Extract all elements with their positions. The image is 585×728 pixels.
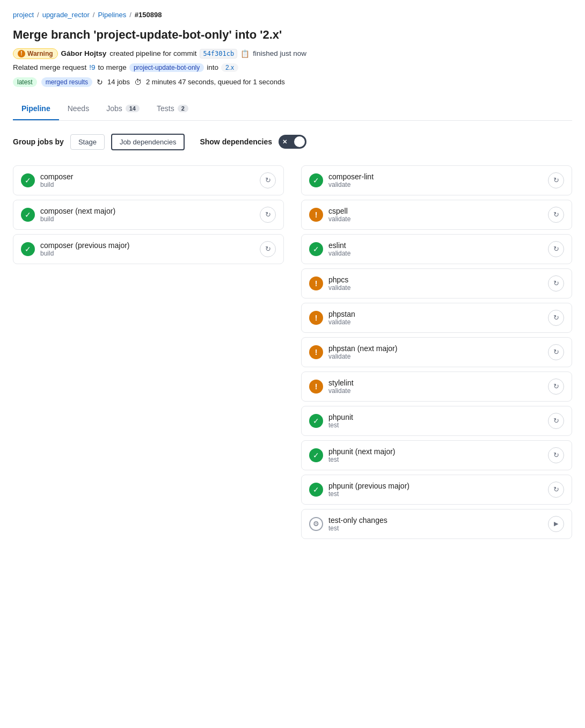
job-stage: validate [328,181,374,188]
job-name: composer (next major) [40,207,115,215]
tab-jobs-badge: 14 [126,105,140,112]
retry-button[interactable]: ↻ [548,207,564,223]
job-stage: build [40,181,73,188]
status-warning-icon: ! [309,208,323,222]
job-name: test-only changes [328,516,387,525]
job-card-phpstan-next: ! phpstan (next major) validate ↻ [301,337,572,367]
status-warning-icon: ! [309,345,323,359]
status-success-icon: ✓ [309,483,323,497]
job-name: composer [40,172,73,181]
status-warning-icon: ! [309,380,323,394]
retry-button[interactable]: ↻ [548,413,564,429]
breadcrumb-project[interactable]: project [13,11,34,19]
status-success-icon: ✓ [21,208,35,222]
page-title: Merge branch 'project-update-bot-only' i… [13,27,572,43]
tag-merged: merged results [41,77,92,87]
meta-line: ! Warning Gábor Hojtsy created pipeline … [13,48,572,59]
job-card-phpcs: ! phpcs validate ↻ [301,268,572,299]
tab-jobs[interactable]: Jobs 14 [98,98,148,120]
jobs-icon: ↻ [97,78,103,86]
pipeline-grid: ✓ composer build ↻ ✓ composer (next majo… [13,165,572,543]
mr-label: Related merge request [13,63,86,71]
tabs-nav: Pipeline Needs Jobs 14 Tests 2 [13,98,572,121]
status-success-icon: ✓ [309,173,323,187]
retry-button[interactable]: ↻ [548,482,564,498]
status-warning-icon: ! [309,276,323,290]
tab-needs[interactable]: Needs [59,98,98,120]
job-name: composer (previous major) [40,241,130,250]
retry-button[interactable]: ↻ [548,172,564,188]
job-stage: validate [328,250,350,257]
warning-badge: ! Warning [13,48,58,59]
left-column: ✓ composer build ↻ ✓ composer (next majo… [13,165,284,543]
job-card-composer-prev: ✓ composer (previous major) build ↻ [13,234,284,264]
status-success-icon: ✓ [21,242,35,256]
status-success-icon: ✓ [309,414,323,428]
retry-button[interactable]: ↻ [548,344,564,360]
mr-id-link[interactable]: !9 [89,63,95,71]
job-name: composer-lint [328,172,374,181]
job-name: eslint [328,241,350,250]
jobs-count: 14 jobs [107,78,130,86]
tab-tests[interactable]: Tests 2 [148,98,197,120]
job-stage: build [40,215,115,223]
tags-line: latest merged results ↻ 14 jobs ⏱ 2 minu… [13,77,572,87]
tab-tests-label: Tests [157,104,174,113]
job-card-composer-lint: ✓ composer-lint validate ↻ [301,165,572,195]
breadcrumb: project / upgrade_rector / Pipelines / #… [13,11,572,19]
group-by-dependencies-button[interactable]: Job dependencies [111,134,185,150]
status-success-icon: ✓ [309,242,323,256]
tag-latest: latest [13,77,37,87]
job-name: phpunit [328,413,353,421]
tab-pipeline[interactable]: Pipeline [13,98,59,120]
status-success-icon: ✓ [309,448,323,462]
retry-button[interactable]: ↻ [548,447,564,463]
job-stage: test [328,490,410,498]
job-stage: test [328,456,396,463]
retry-button[interactable]: ↻ [548,378,564,395]
retry-button[interactable]: ↻ [548,241,564,257]
retry-button[interactable]: ↻ [548,275,564,292]
show-dependencies-toggle[interactable]: ✕ [279,135,306,149]
author-name: Gábor Hojtsy [61,49,107,57]
status-success-icon: ✓ [21,173,35,187]
job-stage: validate [328,318,355,326]
retry-button[interactable]: ↻ [548,310,564,326]
tab-jobs-label: Jobs [106,104,122,113]
group-jobs-label: Group jobs by [13,137,64,146]
group-by-stage-button[interactable]: Stage [70,134,105,150]
job-card-test-only: ⚙ test-only changes test ▶ [301,509,572,539]
toggle-knob [294,136,305,147]
retry-button[interactable]: ↻ [260,241,276,257]
copy-icon[interactable]: 📋 [240,49,250,58]
breadcrumb-id: #150898 [135,11,162,19]
action-text: created pipeline for commit [109,49,196,57]
commit-hash[interactable]: 54f301cb [200,49,237,59]
job-name: phpunit (next major) [328,447,396,456]
tab-pipeline-label: Pipeline [21,104,50,113]
job-card-eslint: ✓ eslint validate ↻ [301,234,572,264]
job-stage: build [40,250,130,257]
job-stage: test [328,525,387,532]
job-card-phpstan: ! phpstan validate ↻ [301,303,572,333]
warning-label: Warning [27,50,53,57]
status-warning-icon: ! [309,311,323,325]
play-button[interactable]: ▶ [548,516,564,532]
job-card-phpunit-next: ✓ phpunit (next major) test ↻ [301,440,572,470]
job-name: cspell [328,207,350,215]
retry-button[interactable]: ↻ [260,172,276,188]
status-gear-icon: ⚙ [309,517,323,531]
job-name: phpunit (previous major) [328,482,410,490]
show-dependencies-label: Show dependencies [200,137,272,146]
breadcrumb-repo[interactable]: upgrade_rector [42,11,90,19]
breadcrumb-pipelines[interactable]: Pipelines [98,11,126,19]
branch-to: 2.x [221,63,238,72]
mr-line: Related merge request !9 to merge projec… [13,63,572,72]
right-column: ✓ composer-lint validate ↻ ! cspell vali… [301,165,572,543]
job-name: stylelint [328,378,354,387]
toggle-x-icon: ✕ [282,139,287,145]
retry-button[interactable]: ↻ [260,207,276,223]
job-name: phpstan [328,310,355,318]
clock-icon: ⏱ [134,78,142,86]
job-stage: validate [328,215,350,223]
